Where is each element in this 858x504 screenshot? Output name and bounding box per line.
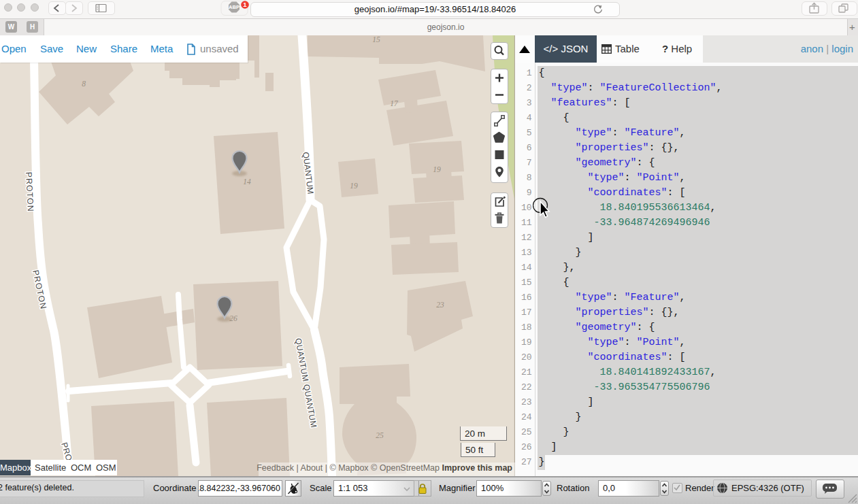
svg-text:14: 14 xyxy=(243,178,251,186)
svg-text:8: 8 xyxy=(82,80,86,88)
svg-text:25: 25 xyxy=(376,431,384,439)
svg-text:17: 17 xyxy=(390,99,399,107)
svg-text:26: 26 xyxy=(229,314,237,322)
svg-text:ABP: ABP xyxy=(229,4,240,10)
svg-text:23: 23 xyxy=(436,301,444,309)
svg-text:19: 19 xyxy=(433,165,441,173)
svg-text:15: 15 xyxy=(372,35,380,44)
svg-text:19: 19 xyxy=(350,182,358,190)
svg-text:1: 1 xyxy=(243,1,247,8)
